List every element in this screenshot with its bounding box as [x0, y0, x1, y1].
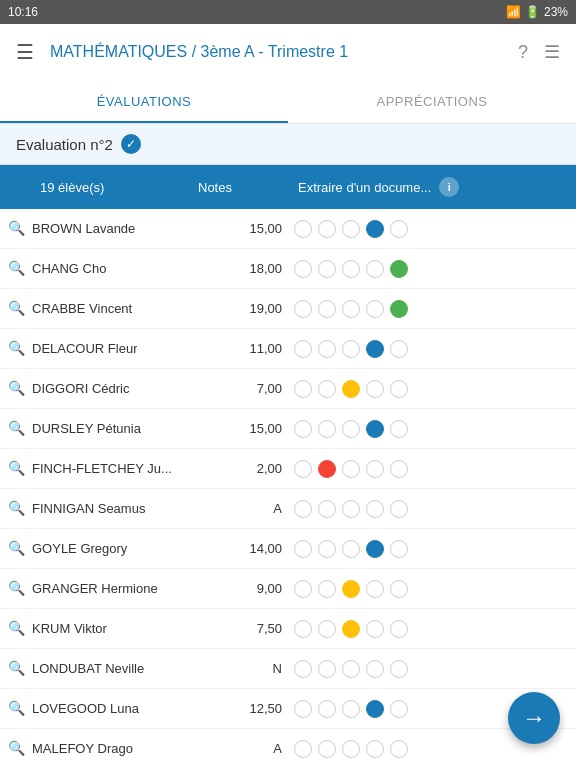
circle-option[interactable] [366, 340, 384, 358]
table-row[interactable]: 🔍CRABBE Vincent19,00 [0, 289, 576, 329]
circle-option[interactable] [366, 300, 384, 318]
circle-option[interactable] [342, 660, 360, 678]
circle-option[interactable] [366, 220, 384, 238]
table-row[interactable]: 🔍KRUM Viktor7,50 [0, 609, 576, 649]
circle-option[interactable] [390, 740, 408, 758]
search-student-icon[interactable]: 🔍 [8, 540, 26, 558]
circle-option[interactable] [366, 420, 384, 438]
circle-option[interactable] [390, 300, 408, 318]
circle-option[interactable] [366, 260, 384, 278]
search-student-icon[interactable]: 🔍 [8, 420, 26, 438]
tab-evaluations[interactable]: ÉVALUATIONS [0, 80, 288, 123]
circle-option[interactable] [366, 540, 384, 558]
table-row[interactable]: 🔍BROWN Lavande15,00 [0, 209, 576, 249]
circle-option[interactable] [390, 580, 408, 598]
search-student-icon[interactable]: 🔍 [8, 380, 26, 398]
eval-check-icon[interactable]: ✓ [121, 134, 141, 154]
circle-option[interactable] [342, 300, 360, 318]
search-student-icon[interactable]: 🔍 [8, 580, 26, 598]
table-row[interactable]: 🔍DELACOUR Fleur11,00 [0, 329, 576, 369]
table-row[interactable]: 🔍FINNIGAN SeamusA [0, 489, 576, 529]
circle-option[interactable] [318, 380, 336, 398]
circle-option[interactable] [342, 340, 360, 358]
search-student-icon[interactable]: 🔍 [8, 660, 26, 678]
circle-option[interactable] [294, 420, 312, 438]
help-button[interactable]: ? [518, 42, 528, 63]
search-student-icon[interactable]: 🔍 [8, 620, 26, 638]
table-row[interactable]: 🔍GOYLE Gregory14,00 [0, 529, 576, 569]
circle-option[interactable] [342, 620, 360, 638]
circle-option[interactable] [342, 500, 360, 518]
circle-option[interactable] [366, 380, 384, 398]
circle-option[interactable] [390, 540, 408, 558]
circle-option[interactable] [318, 740, 336, 758]
circle-option[interactable] [318, 660, 336, 678]
circle-option[interactable] [390, 620, 408, 638]
circle-option[interactable] [318, 500, 336, 518]
circle-option[interactable] [390, 380, 408, 398]
circle-option[interactable] [318, 420, 336, 438]
table-row[interactable]: 🔍GRANGER Hermione9,00 [0, 569, 576, 609]
circle-option[interactable] [342, 220, 360, 238]
circle-option[interactable] [294, 700, 312, 718]
circle-option[interactable] [318, 540, 336, 558]
circle-option[interactable] [390, 420, 408, 438]
table-row[interactable]: 🔍FINCH-FLETCHEY Ju...2,00 [0, 449, 576, 489]
circle-option[interactable] [342, 460, 360, 478]
fab-next-button[interactable]: → [508, 692, 560, 744]
info-icon[interactable]: i [439, 177, 459, 197]
table-row[interactable]: 🔍LONDUBAT NevilleN [0, 649, 576, 689]
circle-option[interactable] [390, 220, 408, 238]
circle-option[interactable] [390, 260, 408, 278]
circle-option[interactable] [294, 500, 312, 518]
search-student-icon[interactable]: 🔍 [8, 460, 26, 478]
table-row[interactable]: 🔍DIGGORI Cédric7,00 [0, 369, 576, 409]
circle-option[interactable] [342, 540, 360, 558]
circle-option[interactable] [366, 620, 384, 638]
search-student-icon[interactable]: 🔍 [8, 700, 26, 718]
circle-option[interactable] [366, 580, 384, 598]
circle-option[interactable] [390, 340, 408, 358]
circle-option[interactable] [366, 660, 384, 678]
table-row[interactable]: 🔍MALEFOY DragoA [0, 729, 576, 768]
filter-button[interactable]: ☰ [544, 41, 560, 63]
circle-option[interactable] [294, 380, 312, 398]
menu-icon[interactable]: ☰ [16, 40, 34, 64]
circle-option[interactable] [390, 500, 408, 518]
circle-option[interactable] [294, 620, 312, 638]
search-student-icon[interactable]: 🔍 [8, 260, 26, 278]
circle-option[interactable] [318, 700, 336, 718]
circle-option[interactable] [390, 660, 408, 678]
circle-option[interactable] [318, 460, 336, 478]
circle-option[interactable] [342, 740, 360, 758]
tab-appreciations[interactable]: APPRÉCIATIONS [288, 80, 576, 123]
search-student-icon[interactable]: 🔍 [8, 740, 26, 758]
circle-option[interactable] [390, 460, 408, 478]
circle-option[interactable] [294, 260, 312, 278]
circle-option[interactable] [342, 580, 360, 598]
circle-option[interactable] [294, 340, 312, 358]
circle-option[interactable] [294, 580, 312, 598]
circle-option[interactable] [390, 700, 408, 718]
search-student-icon[interactable]: 🔍 [8, 220, 26, 238]
circle-option[interactable] [318, 300, 336, 318]
circle-option[interactable] [294, 660, 312, 678]
table-row[interactable]: 🔍DURSLEY Pétunia15,00 [0, 409, 576, 449]
circle-option[interactable] [366, 700, 384, 718]
circle-option[interactable] [366, 740, 384, 758]
circle-option[interactable] [342, 700, 360, 718]
circle-option[interactable] [342, 380, 360, 398]
table-row[interactable]: 🔍CHANG Cho18,00 [0, 249, 576, 289]
circle-option[interactable] [294, 740, 312, 758]
circle-option[interactable] [366, 500, 384, 518]
circle-option[interactable] [318, 580, 336, 598]
circle-option[interactable] [294, 460, 312, 478]
table-row[interactable]: 🔍LOVEGOOD Luna12,50 [0, 689, 576, 729]
search-student-icon[interactable]: 🔍 [8, 340, 26, 358]
circle-option[interactable] [366, 460, 384, 478]
circle-option[interactable] [342, 260, 360, 278]
circle-option[interactable] [342, 420, 360, 438]
circle-option[interactable] [294, 300, 312, 318]
search-student-icon[interactable]: 🔍 [8, 300, 26, 318]
circle-option[interactable] [294, 220, 312, 238]
